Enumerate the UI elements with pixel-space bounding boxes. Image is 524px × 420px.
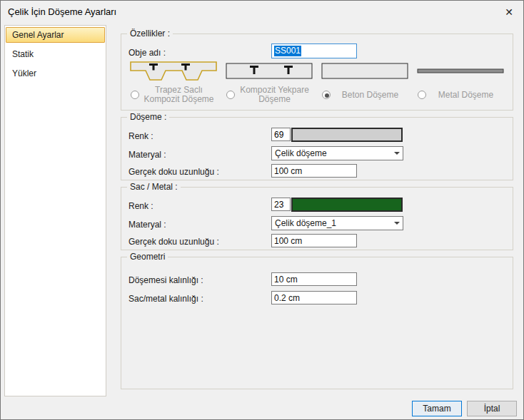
- composite-slab-image: [226, 61, 313, 81]
- group-geometri: Geometri Döşemesi kalınlığı : Sac/metal …: [121, 257, 513, 389]
- obje-adi-label: Obje adı :: [129, 46, 166, 60]
- sidebar-item-genel-ayarlar[interactable]: Genel Ayarlar: [6, 27, 105, 43]
- sac-doku-input[interactable]: [271, 234, 357, 247]
- doseme-color-number-input[interactable]: [271, 128, 291, 141]
- obje-adi-input[interactable]: SS001: [271, 43, 357, 58]
- group-sac-metal-label: Sac / Metal :: [127, 182, 181, 193]
- sac-doku-label: Gerçek doku uzunluğu :: [129, 235, 219, 249]
- sidebar-item-yukler[interactable]: Yükler: [6, 66, 105, 81]
- doseme-kalinligi-input[interactable]: [271, 272, 357, 286]
- radio-kompozit-yekpare[interactable]: [226, 91, 235, 99]
- option-trapez-sacli-kompozit: Trapez Saclı Kompozit Döşeme: [126, 61, 221, 106]
- trapez-deck-image: [130, 61, 217, 81]
- sac-materyal-value: Çelik döşeme_1: [275, 218, 336, 229]
- obje-adi-value: SS001: [274, 46, 301, 56]
- group-sac-metal: Sac / Metal : Renk : Materyal : Çelik dö…: [121, 187, 513, 250]
- group-geometri-label: Geometri: [127, 252, 168, 262]
- steel-slab-settings-dialog: Çelik İçin Döşeme Ayarları ✕ Genel Ayarl…: [0, 0, 524, 420]
- doseme-materyal-combobox[interactable]: Çelik döşeme: [271, 146, 403, 160]
- ok-button[interactable]: Tamam: [412, 401, 462, 416]
- doseme-color-control: [271, 128, 403, 142]
- doseme-color-swatch[interactable]: [291, 128, 403, 142]
- sac-renk-label: Renk :: [129, 199, 153, 213]
- option-kompozit-yekpare: Kompozit Yekpare Döşeme: [221, 61, 317, 106]
- radio-beton-doseme[interactable]: [322, 91, 331, 99]
- radio-metal-doseme[interactable]: [418, 91, 426, 99]
- option-label: Metal Döşeme: [426, 91, 505, 100]
- group-ozellikler: Özellikler : Obje adı : SS001 Trapez Sac…: [121, 34, 513, 111]
- group-doseme: Döşeme : Renk : Materyal : Çelik döşeme …: [121, 117, 513, 180]
- option-label: Trapez Saclı Kompozit Döşeme: [139, 86, 218, 104]
- doseme-renk-label: Renk :: [129, 129, 153, 143]
- group-ozellikler-label: Özellikler :: [127, 29, 173, 39]
- doseme-doku-input[interactable]: [271, 164, 357, 178]
- group-doseme-label: Döşeme :: [127, 112, 169, 123]
- cancel-button[interactable]: İptal: [467, 401, 517, 416]
- doseme-materyal-label: Materyal :: [129, 148, 166, 162]
- sac-color-control: [271, 198, 403, 212]
- close-icon[interactable]: ✕: [502, 5, 516, 19]
- option-label: Beton Döşeme: [331, 91, 410, 100]
- sac-materyal-combobox[interactable]: Çelik döşeme_1: [271, 216, 403, 230]
- page-title: Çelik İçin Döşeme Ayarları: [8, 6, 116, 17]
- metal-deck-image: [417, 61, 504, 81]
- chevron-down-icon[interactable]: [391, 147, 403, 160]
- sac-kalinligi-input[interactable]: [271, 291, 357, 304]
- option-metal-doseme: Metal Döşeme: [413, 61, 508, 106]
- sac-kalinligi-label: Sac/metal kalınlığı :: [129, 292, 203, 306]
- doseme-kalinligi-label: Döşemesi kalınlığı :: [129, 273, 203, 287]
- concrete-slab-image: [321, 61, 408, 81]
- sac-materyal-label: Materyal :: [129, 217, 166, 232]
- sidebar-item-statik[interactable]: Statik: [6, 46, 105, 62]
- chevron-down-icon[interactable]: [391, 217, 403, 230]
- sidebar: Genel Ayarlar Statik Yükler: [4, 25, 106, 396]
- slab-type-options: Trapez Saclı Kompozit Döşeme Kompozit Ye…: [126, 61, 508, 106]
- doseme-doku-label: Gerçek doku uzunluğu :: [129, 165, 219, 179]
- sac-color-swatch[interactable]: [291, 198, 403, 212]
- radio-trapez-sacli-kompozit[interactable]: [131, 91, 139, 99]
- option-label: Kompozit Yekpare Döşeme: [235, 86, 314, 104]
- option-beton-doseme: Beton Döşeme: [317, 61, 413, 106]
- titlebar: Çelik İçin Döşeme Ayarları ✕: [1, 1, 523, 22]
- doseme-materyal-value: Çelik döşeme: [275, 148, 327, 159]
- sac-color-number-input[interactable]: [271, 198, 291, 211]
